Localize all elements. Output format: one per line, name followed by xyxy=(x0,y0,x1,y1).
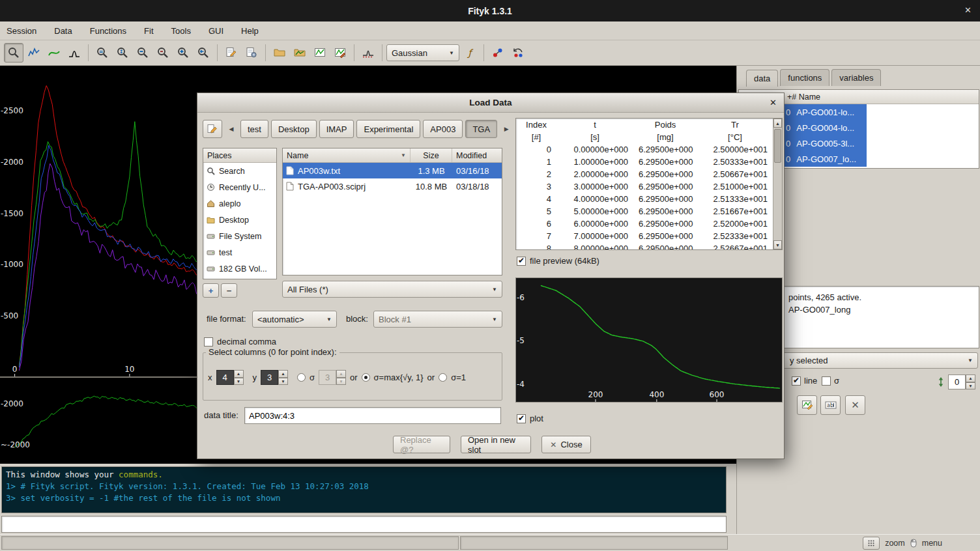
scroll-down-icon[interactable]: ▼ xyxy=(773,240,782,249)
tab-functions[interactable]: functions xyxy=(780,69,829,86)
decimal-comma-checkbox[interactable]: decimal comma xyxy=(204,337,276,346)
menu-fit[interactable]: Fit xyxy=(144,26,153,36)
place-home[interactable]: aleplo xyxy=(203,195,276,212)
column-size[interactable]: Size xyxy=(411,148,452,162)
zoom-all-icon: = xyxy=(96,46,109,59)
sigma-column-spinner[interactable]: 3 ▲▼ xyxy=(319,370,346,385)
sigma-one-radio[interactable] xyxy=(439,373,447,382)
data-title-input[interactable] xyxy=(244,407,501,424)
save-session-button[interactable] xyxy=(310,43,330,63)
zoom-out-button[interactable] xyxy=(133,43,152,63)
menu-data[interactable]: Data xyxy=(54,26,72,36)
tab-data[interactable]: data xyxy=(746,70,778,87)
strip-background-button[interactable] xyxy=(358,43,378,63)
column-name[interactable]: Name ▼ xyxy=(283,148,411,162)
remove-place-button[interactable]: − xyxy=(221,283,237,298)
export-button[interactable] xyxy=(330,43,350,63)
places-header[interactable]: Places xyxy=(203,148,276,163)
window-titlebar[interactable]: Fityk 1.3.1 ✕ xyxy=(0,0,980,21)
path-button-desktop[interactable]: Desktop xyxy=(271,120,317,138)
zoom-mode-button[interactable] xyxy=(4,43,23,63)
sigma-sqrt-radio[interactable] xyxy=(362,373,370,382)
path-forward-button[interactable]: ▶ xyxy=(500,120,513,138)
point-size-spinner[interactable]: 0 ▲▼ xyxy=(948,374,975,389)
place-search[interactable]: Search xyxy=(203,163,276,179)
spin-down-icon[interactable]: ▼ xyxy=(966,382,975,390)
dialog-close-button[interactable]: ✕ xyxy=(770,98,777,107)
path-button-experimental[interactable]: Experimental xyxy=(356,120,420,138)
window-close-button[interactable]: ✕ xyxy=(964,5,972,15)
zoom-previous-button[interactable] xyxy=(194,43,213,63)
zoom-all-button[interactable]: = xyxy=(93,43,112,63)
menu-gui[interactable]: GUI xyxy=(209,26,223,36)
place-test[interactable]: test xyxy=(203,244,276,261)
spin-down-icon[interactable]: ▼ xyxy=(234,378,244,386)
baseline-mode-button[interactable] xyxy=(44,43,64,63)
preview-table-scrollbar[interactable]: ▲ ▼ xyxy=(773,119,782,249)
undo-fit-button[interactable] xyxy=(508,43,528,63)
rename-data-button[interactable]: ab xyxy=(820,395,841,415)
menu-functions[interactable]: Functions xyxy=(90,26,126,36)
spin-down-icon[interactable]: ▼ xyxy=(278,378,288,386)
path-button-tga[interactable]: TGA xyxy=(465,120,497,138)
line-checkbox[interactable]: ✔ line xyxy=(792,376,817,386)
menu-help[interactable]: Help xyxy=(241,26,259,36)
add-function-button[interactable]: ƒ xyxy=(460,43,480,63)
scrollbar-thumb[interactable] xyxy=(774,129,781,163)
spin-up-icon[interactable]: ▲ xyxy=(336,370,346,378)
scroll-up-icon[interactable]: ▲ xyxy=(773,119,782,128)
file-preview-checkbox[interactable]: ✔ file preview (64kB) xyxy=(517,256,599,266)
type-filename-button[interactable] xyxy=(203,120,222,138)
display-mode-value: y selected xyxy=(790,356,828,365)
file-filter-combo[interactable]: All Files (*) ▼ xyxy=(282,281,502,298)
sigma-column-radio[interactable] xyxy=(297,373,306,382)
edit-data-button[interactable] xyxy=(797,395,817,415)
edit-script-button[interactable] xyxy=(222,43,241,63)
run-script-button[interactable] xyxy=(242,43,261,63)
spin-down-icon[interactable]: ▼ xyxy=(336,378,346,386)
y-column-spinner[interactable]: 3 ▲▼ xyxy=(261,370,288,385)
function-type-combo[interactable]: Gaussian ▼ xyxy=(386,44,459,61)
path-button-imap[interactable]: IMAP xyxy=(319,120,354,138)
file-format-combo[interactable]: <automatic> ▼ xyxy=(252,311,337,328)
column-modified[interactable]: Modified xyxy=(452,148,502,162)
plot-preview[interactable]: -6-5-4200400600 xyxy=(516,278,782,402)
manual-fit-button[interactable] xyxy=(488,43,508,63)
function-type-value: Gaussian xyxy=(392,48,427,58)
zoom-vertical-button[interactable]: ↕ xyxy=(113,43,132,63)
open-in-new-slot-button[interactable]: Open in new slot xyxy=(461,436,531,453)
file-row[interactable]: TGA-AP003.sciprj 10.8 MB 03/18/18 xyxy=(283,178,502,194)
place-desktop[interactable]: Desktop xyxy=(203,212,276,228)
replace-button[interactable]: Replace @? xyxy=(393,436,450,453)
statusbar-settings-button[interactable] xyxy=(863,537,880,550)
command-input[interactable] xyxy=(1,516,727,533)
close-button[interactable]: ✕ Close xyxy=(541,436,591,453)
spin-up-icon[interactable]: ▲ xyxy=(966,374,975,382)
menu-tools[interactable]: Tools xyxy=(171,26,191,36)
add-peak-mode-button[interactable] xyxy=(65,43,84,63)
x-column-spinner[interactable]: 4 ▲▼ xyxy=(216,370,244,385)
tab-variables[interactable]: variables xyxy=(831,69,881,86)
menu-session[interactable]: Session xyxy=(7,26,36,36)
path-back-button[interactable]: ◀ xyxy=(225,120,238,138)
open-session-button[interactable] xyxy=(270,43,289,63)
add-place-button[interactable]: + xyxy=(203,283,219,298)
sigma-checkbox[interactable]: σ xyxy=(822,376,839,386)
delete-data-button[interactable]: ✕ xyxy=(845,395,865,415)
file-row[interactable]: AP003w.txt 1.3 MB 03/16/18 xyxy=(283,163,502,178)
place-file-system[interactable]: File System xyxy=(203,228,276,244)
path-button-test[interactable]: test xyxy=(240,120,268,138)
load-data-button[interactable] xyxy=(290,43,310,63)
place-recently-used[interactable]: Recently U... xyxy=(203,179,276,195)
place-volume[interactable]: 182 GB Vol... xyxy=(203,261,276,277)
dialog-titlebar[interactable]: Load Data ✕ xyxy=(197,93,784,113)
plot-checkbox[interactable]: ✔ plot xyxy=(517,414,543,423)
spin-up-icon[interactable]: ▲ xyxy=(278,370,288,378)
data-range-mode-button[interactable] xyxy=(24,43,44,63)
zoom-in-button[interactable] xyxy=(173,43,193,63)
zoom-out-2x-button[interactable] xyxy=(153,43,173,63)
sigma-radio-label: σ xyxy=(310,373,315,382)
block-combo[interactable]: Block #1 ▼ xyxy=(373,311,502,328)
spin-up-icon[interactable]: ▲ xyxy=(234,370,244,378)
path-button-ap003[interactable]: AP003 xyxy=(423,120,463,138)
